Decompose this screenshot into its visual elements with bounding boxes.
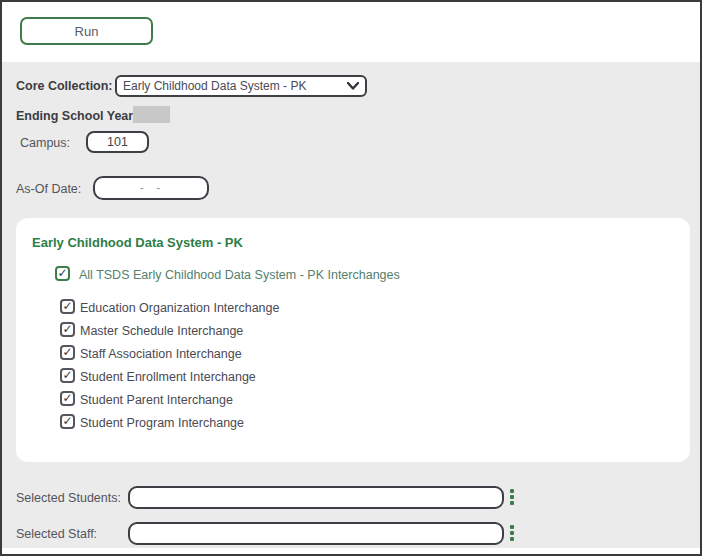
interchanges-panel: Early Childhood Data System - PK ✓ All T… <box>16 218 690 462</box>
run-button[interactable]: Run <box>20 17 153 45</box>
all-interchanges-checkbox[interactable]: ✓ <box>55 266 70 281</box>
selected-staff-input[interactable] <box>128 522 504 545</box>
bottom-strip <box>2 548 700 554</box>
selected-staff-label: Selected Staff: <box>16 527 97 541</box>
core-collection-selected-value: Early Childhood Data System - PK <box>123 79 347 93</box>
chevron-down-icon <box>347 82 359 90</box>
campus-label: Campus: <box>20 136 70 150</box>
vertical-ellipsis-icon[interactable] <box>510 525 516 541</box>
ending-school-year-value <box>133 106 170 123</box>
checkmark-icon: ✓ <box>62 300 72 312</box>
interchange-checkbox[interactable]: ✓ <box>60 368 75 383</box>
interchange-label: Student Program Interchange <box>80 416 244 430</box>
interchange-label: Student Enrollment Interchange <box>80 370 256 384</box>
header-strip: Run <box>2 2 700 62</box>
panel-heading: Early Childhood Data System - PK <box>32 235 243 250</box>
vertical-ellipsis-icon[interactable] <box>510 489 516 505</box>
interchange-checkbox[interactable]: ✓ <box>60 391 75 406</box>
interchange-checkbox[interactable]: ✓ <box>60 345 75 360</box>
all-interchanges-label: All TSDS Early Childhood Data System - P… <box>79 268 400 282</box>
checkmark-icon: ✓ <box>62 323 72 335</box>
selected-students-input[interactable] <box>128 486 504 509</box>
interchange-label: Master Schedule Interchange <box>80 324 243 338</box>
core-collection-select[interactable]: Early Childhood Data System - PK <box>115 75 367 97</box>
as-of-date-input[interactable] <box>93 176 209 200</box>
checkmark-icon: ✓ <box>62 369 72 381</box>
as-of-date-label: As-Of Date: <box>16 182 81 196</box>
interchange-checkbox[interactable]: ✓ <box>60 322 75 337</box>
report-options-page: Run Core Collection: Early Childhood Dat… <box>0 0 702 556</box>
ending-school-year-label: Ending School Year: <box>16 109 137 123</box>
interchange-checkbox[interactable]: ✓ <box>60 414 75 429</box>
checkmark-icon: ✓ <box>57 267 67 279</box>
interchange-label: Education Organization Interchange <box>80 301 279 315</box>
core-collection-label: Core Collection: <box>16 79 113 93</box>
selected-students-label: Selected Students: <box>16 491 121 505</box>
checkmark-icon: ✓ <box>62 346 72 358</box>
interchange-checkbox[interactable]: ✓ <box>60 299 75 314</box>
checkmark-icon: ✓ <box>62 415 72 427</box>
interchange-label: Student Parent Interchange <box>80 393 233 407</box>
checkmark-icon: ✓ <box>62 392 72 404</box>
interchange-label: Staff Association Interchange <box>80 347 242 361</box>
campus-input[interactable] <box>86 131 149 153</box>
